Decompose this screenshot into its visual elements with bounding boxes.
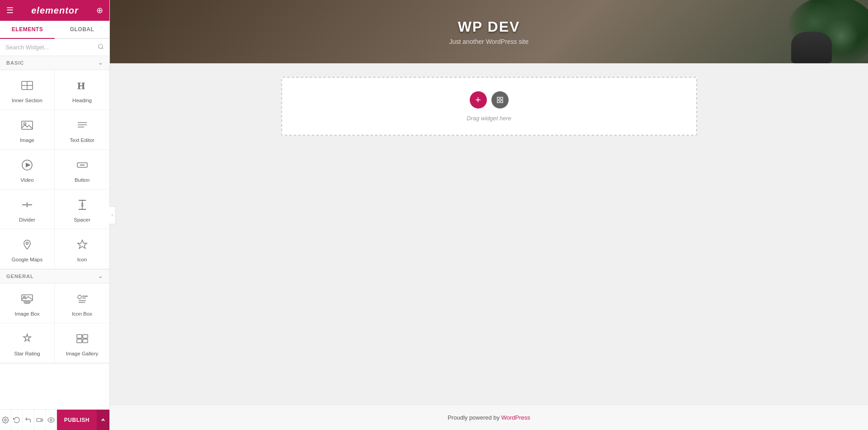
- star-rating-icon: [19, 331, 35, 347]
- widget-image-box[interactable]: Image Box: [0, 284, 55, 323]
- spacer-icon: [74, 197, 90, 213]
- widget-image[interactable]: Image: [0, 110, 55, 150]
- widget-icon-box-label: Icon Box: [72, 311, 92, 317]
- svg-point-23: [26, 242, 28, 244]
- tab-elements[interactable]: ELEMENTS: [0, 21, 55, 39]
- widget-spacer-label: Spacer: [74, 217, 90, 223]
- settings-tool[interactable]: [0, 410, 11, 430]
- svg-rect-46: [497, 100, 500, 103]
- svg-rect-40: [37, 418, 41, 421]
- widget-image-label: Image: [20, 137, 34, 144]
- widget-star-rating[interactable]: Star Rating: [0, 323, 55, 363]
- sidebar-bottom-toolbar: PUBLISH: [0, 409, 109, 430]
- widget-search: [0, 39, 109, 56]
- widget-icon-label: Icon: [77, 256, 87, 263]
- section-basic-header[interactable]: BASIC ⌄: [0, 56, 109, 70]
- search-button[interactable]: [98, 43, 104, 51]
- section-basic-label: BASIC: [6, 60, 24, 66]
- section-general-label: GENERAL: [6, 274, 34, 279]
- plus-icon: +: [475, 95, 481, 105]
- eye-tool[interactable]: [46, 410, 57, 430]
- svg-line-1: [102, 48, 104, 49]
- svg-point-39: [5, 419, 6, 421]
- responsive-tool[interactable]: [34, 410, 46, 430]
- hero-content: WP DEV Just another WordPress site: [449, 19, 529, 45]
- drop-zone-label: Drag widget here: [467, 115, 511, 122]
- svg-rect-45: [500, 100, 503, 103]
- widget-video-label: Video: [20, 177, 33, 184]
- image-icon: [19, 117, 35, 133]
- svg-point-42: [50, 419, 52, 421]
- section-general-chevron: ⌄: [98, 273, 103, 279]
- video-icon: [19, 157, 35, 173]
- widget-spacer[interactable]: Spacer: [55, 189, 109, 229]
- hamburger-icon[interactable]: ☰: [6, 5, 14, 15]
- section-basic-chevron: ⌄: [98, 60, 103, 66]
- google-maps-icon: [19, 236, 35, 253]
- tab-global[interactable]: GLOBAL: [55, 21, 109, 38]
- widget-button-label: Button: [75, 177, 90, 184]
- sidebar-scroll: BASIC ⌄ Inner Section H Heading: [0, 56, 109, 409]
- svg-text:H: H: [77, 80, 85, 91]
- add-section-button[interactable]: +: [470, 91, 487, 109]
- main-canvas: WP DEV Just another WordPress site + Dra…: [110, 0, 868, 430]
- svg-rect-44: [500, 97, 503, 99]
- sidebar-collapse-handle[interactable]: ‹: [109, 206, 116, 224]
- basic-widget-grid: Inner Section H Heading Image: [0, 70, 109, 269]
- svg-marker-21: [81, 203, 84, 204]
- history-tool[interactable]: [11, 410, 23, 430]
- section-general-header[interactable]: GENERAL ⌄: [0, 269, 109, 284]
- drop-zone-content: + Drag widget here: [467, 91, 511, 122]
- site-title: WP DEV: [449, 19, 529, 35]
- widget-divider[interactable]: Divider: [0, 189, 55, 229]
- widget-inner-section-label: Inner Section: [12, 97, 42, 104]
- svg-marker-34: [24, 334, 31, 341]
- widget-star-rating-label: Star Rating: [14, 350, 40, 357]
- text-editor-icon: [74, 117, 90, 133]
- svg-marker-12: [26, 163, 31, 167]
- svg-rect-41: [41, 419, 42, 421]
- site-hero: WP DEV Just another WordPress site: [110, 0, 868, 63]
- sidebar-tabs: ELEMENTS GLOBAL: [0, 21, 109, 39]
- undo-tool[interactable]: [23, 410, 34, 430]
- image-box-icon: [19, 291, 35, 307]
- publish-arrow-button[interactable]: [97, 410, 109, 430]
- widget-image-gallery[interactable]: Image Gallery: [55, 323, 109, 363]
- widget-text-editor-label: Text Editor: [70, 137, 94, 144]
- widget-video[interactable]: Video: [0, 150, 55, 189]
- widget-heading-label: Heading: [72, 97, 92, 104]
- widget-google-maps[interactable]: Google Maps: [0, 229, 55, 269]
- elementor-logo: elementor: [31, 5, 79, 16]
- svg-marker-24: [78, 240, 87, 249]
- add-template-button[interactable]: [491, 91, 509, 109]
- widget-heading[interactable]: H Heading: [55, 70, 109, 110]
- site-subtitle: Just another WordPress site: [449, 38, 529, 45]
- widget-image-box-label: Image Box: [15, 311, 40, 317]
- widget-text-editor[interactable]: Text Editor: [55, 110, 109, 150]
- svg-rect-43: [497, 97, 500, 99]
- svg-point-29: [78, 295, 81, 299]
- widget-inner-section[interactable]: Inner Section: [0, 70, 55, 110]
- widget-icon[interactable]: Icon: [55, 229, 109, 269]
- footer-link[interactable]: WordPress: [501, 414, 530, 421]
- widget-button[interactable]: Button: [55, 150, 109, 189]
- drop-zone[interactable]: + Drag widget here: [281, 77, 697, 136]
- button-icon: [74, 157, 90, 173]
- widget-google-maps-label: Google Maps: [12, 256, 42, 263]
- grid-icon[interactable]: ⊕: [96, 5, 103, 15]
- publish-group: PUBLISH: [57, 410, 109, 430]
- svg-marker-16: [26, 202, 28, 204]
- inner-section-icon: [19, 77, 35, 94]
- svg-marker-22: [81, 205, 84, 207]
- publish-button[interactable]: PUBLISH: [57, 410, 97, 430]
- footer-text: Proudly powered by WordPress: [119, 414, 859, 421]
- sidebar: ☰ elementor ⊕ ELEMENTS GLOBAL BASIC ⌄ In…: [0, 0, 110, 430]
- general-widget-grid: Image Box Icon Box Star Rating: [0, 284, 109, 364]
- widget-icon-box[interactable]: Icon Box: [55, 284, 109, 323]
- search-input[interactable]: [5, 44, 98, 51]
- widget-image-gallery-label: Image Gallery: [66, 350, 99, 357]
- sidebar-header: ☰ elementor ⊕: [0, 0, 109, 21]
- widget-divider-label: Divider: [19, 217, 35, 223]
- svg-point-0: [99, 44, 103, 48]
- divider-icon: [19, 197, 35, 213]
